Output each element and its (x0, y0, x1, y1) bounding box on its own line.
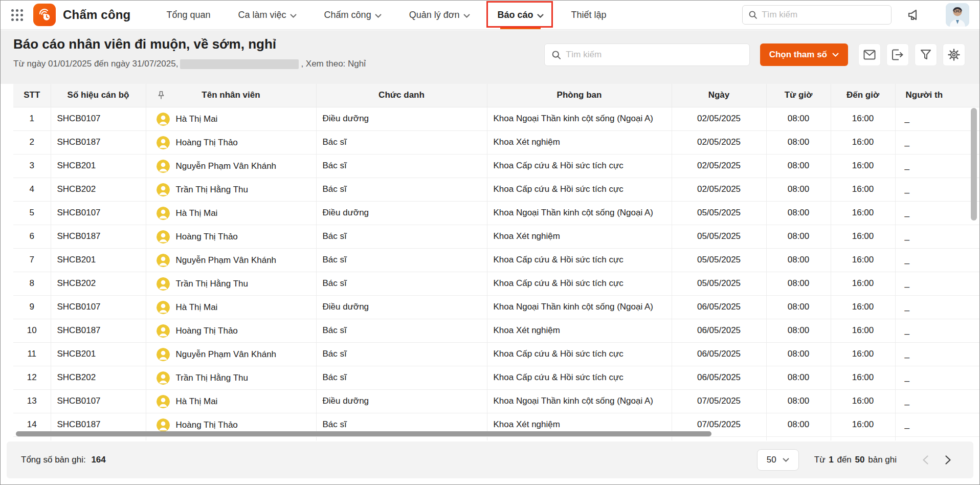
table-row[interactable]: 9SHCB0107Hà Thị MaiĐiều dưỡngKhoa Ngoại … (13, 295, 979, 319)
topbar: Chấm công Tổng quan Ca làm việc Chấm côn… (1, 1, 979, 30)
cell-from: 08:00 (766, 107, 831, 130)
cell-stt: 11 (13, 342, 51, 366)
pin-icon[interactable] (158, 91, 165, 100)
settings-button[interactable] (943, 43, 965, 66)
notifications-button[interactable]: 7 (907, 8, 922, 22)
cell-name: Hoàng Thị Thảo (146, 319, 316, 342)
cell-title: Điều dưỡng (316, 201, 487, 225)
employee-name: Hoàng Thị Thảo (176, 138, 238, 148)
table-row[interactable]: 10SHCB0187Hoàng Thị ThảoBác sĩKhoa Xét n… (13, 319, 979, 342)
chevron-down-icon (375, 14, 382, 18)
table-row[interactable]: 3SHCB201Nguyễn Phạm Vân KhánhBác sĩKhoa … (13, 154, 979, 178)
employee-name: Trần Thị Hằng Thu (176, 279, 248, 289)
col-name[interactable]: Tên nhân viên (146, 84, 316, 107)
cell-date: 02/05/2025 (672, 107, 766, 130)
nav-label: Thiết lập (571, 10, 607, 20)
table-row[interactable]: 2SHCB0187Hoàng Thị ThảoBác sĩKhoa Xét ng… (13, 130, 979, 154)
cell-title: Bác sĩ (316, 225, 487, 248)
cell-stt: 7 (13, 248, 51, 272)
chevron-down-icon (783, 458, 789, 462)
col-stt[interactable]: STT (13, 84, 51, 107)
vertical-scrollbar[interactable] (971, 108, 977, 221)
chevron-down-icon (463, 14, 470, 18)
cell-title: Bác sĩ (316, 130, 487, 154)
app-grid-icon[interactable] (10, 8, 24, 22)
page-title: Báo cáo nhân viên đi muộn, về sớm, nghỉ (13, 36, 276, 52)
cell-date: 05/05/2025 (672, 201, 766, 225)
employee-name: Trần Thị Hằng Thu (176, 185, 248, 195)
cell-stt: 8 (13, 272, 51, 295)
col-code[interactable]: Số hiệu cán bộ (51, 84, 146, 107)
nav-thiet-lap[interactable]: Thiết lập (571, 1, 607, 29)
search-icon (552, 50, 561, 60)
table-row[interactable]: 5SHCB0107Hà Thị MaiĐiều dưỡngKhoa Ngoại … (13, 201, 979, 225)
report-table: STT Số hiệu cán bộ Tên nhân viên Chức da… (13, 84, 979, 440)
cell-dept: Khoa Xét nghiệm (487, 225, 672, 248)
chevron-right-icon (945, 455, 951, 465)
nav-ca-lam-viec[interactable]: Ca làm việc (238, 1, 297, 29)
prev-page-button[interactable] (914, 449, 937, 471)
col-date[interactable]: Ngày (672, 84, 766, 107)
user-avatar[interactable] (946, 3, 969, 27)
cell-name: Hà Thị Mai (146, 107, 316, 130)
report-search-input[interactable] (566, 50, 742, 60)
table-row[interactable]: 11SHCB201Nguyễn Phạm Vân KhánhBác sĩKhoa… (13, 342, 979, 366)
cell-dept: Khoa Ngoại Thần kinh cột sống (Ngoại A) (487, 107, 672, 130)
employee-name: Hà Thị Mai (176, 208, 218, 218)
horizontal-scrollbar[interactable] (16, 431, 711, 436)
page-subtitle: Từ ngày 01/01/2025 đến ngày 31/07/2025, … (13, 59, 366, 69)
cell-to: 16:00 (831, 342, 895, 366)
cell-stt: 3 (13, 154, 51, 178)
employee-avatar-icon (157, 207, 170, 220)
choose-params-button[interactable]: Chọn tham số (760, 43, 848, 66)
cell-to: 16:00 (831, 248, 895, 272)
cell-stt: 1 (13, 107, 51, 130)
col-executor[interactable]: Người th (895, 84, 979, 107)
col-from[interactable]: Từ giờ (766, 84, 831, 107)
table-row[interactable]: 6SHCB0187Hoàng Thị ThảoBác sĩKhoa Xét ng… (13, 225, 979, 248)
cell-exec: _ (895, 295, 979, 319)
cell-exec: _ (895, 107, 979, 130)
nav-quan-ly-don[interactable]: Quản lý đơn (409, 1, 470, 29)
nav-tong-quan[interactable]: Tổng quan (166, 1, 210, 29)
table-row[interactable]: 8SHCB202Trần Thị Hằng ThuBác sĩKhoa Cấp … (13, 272, 979, 295)
cell-exec: _ (895, 272, 979, 295)
app-logo-icon[interactable] (33, 4, 56, 26)
page-size-select[interactable]: 50 (757, 449, 799, 471)
employee-avatar-icon (157, 371, 170, 385)
cell-title: Bác sĩ (316, 178, 487, 201)
cell-date: 05/05/2025 (672, 225, 766, 248)
cell-code: SHCB201 (51, 154, 146, 178)
table-row[interactable]: 15SHCB201Nguyễn Phạm Vân KhánhBác sĩKhoa… (13, 436, 979, 440)
header-toolbar: Chọn tham số (544, 43, 965, 66)
cell-code: SHCB201 (51, 436, 146, 440)
cell-stt: 6 (13, 225, 51, 248)
nav-cham-cong[interactable]: Chấm công (324, 1, 382, 29)
cell-from: 08:00 (766, 366, 831, 389)
col-title[interactable]: Chức danh (316, 84, 487, 107)
col-to[interactable]: Đến giờ (831, 84, 895, 107)
col-dept[interactable]: Phòng ban (487, 84, 672, 107)
export-button[interactable] (886, 43, 909, 66)
filter-button[interactable] (915, 43, 937, 66)
table-row[interactable]: 13SHCB0107Hà Thị MaiĐiều dưỡngKhoa Ngoại… (13, 389, 979, 413)
topbar-search-input[interactable] (762, 10, 885, 20)
cell-to: 16:00 (831, 225, 895, 248)
chevron-down-icon (290, 14, 297, 18)
employee-avatar-icon (157, 324, 170, 338)
cell-exec: _ (895, 413, 979, 436)
next-page-button[interactable] (937, 449, 959, 471)
cell-dept: Khoa Ngoại Thần kinh cột sống (Ngoại A) (487, 201, 672, 225)
cell-code: SHCB0187 (51, 130, 146, 154)
table-row[interactable]: 7SHCB201Nguyễn Phạm Vân KhánhBác sĩKhoa … (13, 248, 979, 272)
mail-button[interactable] (858, 43, 881, 66)
cell-name: Hoàng Thị Thảo (146, 225, 316, 248)
table-row[interactable]: 12SHCB202Trần Thị Hằng ThuBác sĩKhoa Cấp… (13, 366, 979, 389)
cell-name: Hà Thị Mai (146, 201, 316, 225)
cell-date: 05/05/2025 (672, 272, 766, 295)
nav-bao-cao[interactable]: Báo cáo (498, 1, 544, 29)
cell-exec: _ (895, 319, 979, 342)
table-row[interactable]: 4SHCB202Trần Thị Hằng ThuBác sĩKhoa Cấp … (13, 178, 979, 201)
employee-avatar-icon (157, 348, 170, 361)
table-row[interactable]: 1SHCB0107Hà Thị MaiĐiều dưỡngKhoa Ngoại … (13, 107, 979, 130)
